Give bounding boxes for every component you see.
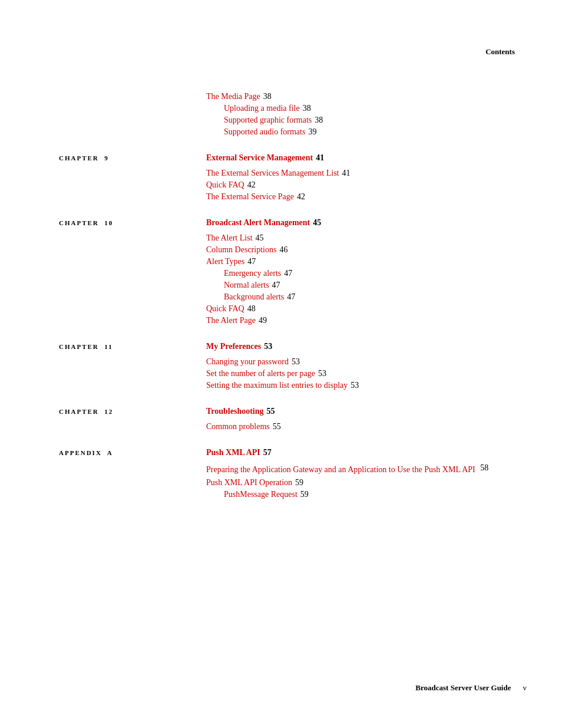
page-footer: Broadcast Server User Guide v xyxy=(415,683,527,693)
chapter-10-items: The Alert List45 Column Descriptions46 A… xyxy=(59,233,503,325)
chapter-12-title-col: Troubleshooting55 xyxy=(206,407,503,416)
toc-link[interactable]: Setting the maximum list entries to disp… xyxy=(206,381,348,390)
chapter-12-items: Common problems55 xyxy=(59,422,503,431)
toc-item: Quick FAQ42 xyxy=(206,180,503,190)
chapter-10-title[interactable]: Broadcast Alert Management xyxy=(206,218,310,228)
toc-item: Background alerts47 xyxy=(206,292,503,302)
toc-item: Column Descriptions46 xyxy=(206,245,503,255)
chapter-12-page: 55 xyxy=(267,407,275,416)
chapter-10-title-col: Broadcast Alert Management45 xyxy=(206,218,503,228)
toc-link[interactable]: Emergency alerts xyxy=(224,269,281,278)
chapter-12-block: CHAPTER 12 Troubleshooting55 Common prob… xyxy=(59,407,503,431)
toc-item: Emergency alerts47 xyxy=(206,269,503,278)
appendix-a-items: Preparing the Application Gateway and an… xyxy=(59,463,503,499)
appendix-a-title-col: Push XML API57 xyxy=(206,448,503,457)
chapter-9-items: The External Services Management List41 … xyxy=(59,169,503,202)
toc-link[interactable]: Set the number of alerts per page xyxy=(206,369,315,378)
toc-page: 38 xyxy=(315,116,323,125)
chapter-10-label: CHAPTER 10 xyxy=(59,219,206,226)
toc-link[interactable]: Background alerts xyxy=(224,292,284,302)
chapter-12-label: CHAPTER 12 xyxy=(59,408,206,415)
toc-link[interactable]: Column Descriptions xyxy=(206,245,276,255)
toc-item: The Alert List45 xyxy=(206,233,503,243)
toc-link[interactable]: The External Service Page xyxy=(206,192,294,202)
chapter-12-heading: CHAPTER 12 Troubleshooting55 xyxy=(59,407,503,416)
toc-item: Set the number of alerts per page53 xyxy=(206,369,503,378)
toc-page: 48 xyxy=(247,304,256,314)
toc-page: 45 xyxy=(256,233,264,243)
toc-link[interactable]: Alert Types xyxy=(206,257,244,266)
appendix-a-block: APPENDIX A Push XML API57 Preparing the … xyxy=(59,448,503,499)
toc-item: Common problems55 xyxy=(206,422,503,431)
toc-page: 53 xyxy=(318,369,326,378)
toc-link[interactable]: Normal alerts xyxy=(224,281,269,290)
chapter-12-title[interactable]: Troubleshooting xyxy=(206,407,264,416)
appendix-a-title[interactable]: Push XML API xyxy=(206,448,260,457)
toc-item: Uploading a media file38 xyxy=(206,104,503,113)
toc-link[interactable]: PushMessage Request xyxy=(224,490,297,499)
chapter-10-page: 45 xyxy=(313,218,321,228)
toc-link[interactable]: The External Services Management List xyxy=(206,169,339,178)
appendix-a-label: APPENDIX A xyxy=(59,449,206,456)
toc-item: Setting the maximum list entries to disp… xyxy=(206,381,503,390)
toc-page: 58 xyxy=(478,463,489,473)
toc-item: The External Services Management List41 xyxy=(206,169,503,178)
toc-item: Quick FAQ48 xyxy=(206,304,503,314)
toc-item: PushMessage Request59 xyxy=(206,490,503,499)
toc-page: 42 xyxy=(247,180,256,190)
toc-item: Alert Types47 xyxy=(206,257,503,266)
toc-link[interactable]: The Alert List xyxy=(206,233,253,243)
toc-item: Supported audio formats39 xyxy=(206,127,503,137)
continuation-section: The Media Page38 Uploading a media file3… xyxy=(59,92,503,137)
appendix-a-page: 57 xyxy=(263,448,272,457)
toc-item: Changing your password53 xyxy=(206,357,503,367)
toc-page: 47 xyxy=(287,292,295,302)
toc-link[interactable]: Uploading a media file xyxy=(224,104,300,113)
toc-link[interactable]: Push XML API Operation xyxy=(206,478,292,487)
chapter-9-heading: CHAPTER 9 External Service Management41 xyxy=(59,153,503,163)
toc-page: 38 xyxy=(303,104,311,113)
toc-page: 59 xyxy=(295,478,303,487)
toc-item: Preparing the Application Gateway and an… xyxy=(206,463,501,476)
toc-page: 42 xyxy=(297,192,305,202)
toc-link[interactable]: Supported audio formats xyxy=(224,127,305,137)
chapter-10-block: CHAPTER 10 Broadcast Alert Management45 … xyxy=(59,218,503,325)
header-label: Contents xyxy=(485,47,515,56)
toc-link[interactable]: Common problems xyxy=(206,422,270,431)
toc-page: 41 xyxy=(342,169,350,178)
toc-link[interactable]: The Media Page xyxy=(206,92,260,101)
toc-link[interactable]: The Alert Page xyxy=(206,316,256,325)
footer-page: v xyxy=(523,683,527,693)
appendix-a-heading: APPENDIX A Push XML API57 xyxy=(59,448,503,457)
chapter-11-title-col: My Preferences53 xyxy=(206,342,503,351)
chapter-9-title-col: External Service Management41 xyxy=(206,153,503,163)
chapter-11-page: 53 xyxy=(264,342,272,351)
chapter-11-title[interactable]: My Preferences xyxy=(206,342,261,351)
footer-title: Broadcast Server User Guide xyxy=(415,683,511,693)
page-container: Contents The Media Page38 Uploading a me… xyxy=(0,0,562,728)
chapter-11-items: Changing your password53 Set the number … xyxy=(59,357,503,390)
chapter-9-block: CHAPTER 9 External Service Management41 … xyxy=(59,153,503,202)
chapter-9-page: 41 xyxy=(316,153,324,163)
toc-item: The Alert Page49 xyxy=(206,316,503,325)
chapter-10-heading: CHAPTER 10 Broadcast Alert Management45 xyxy=(59,218,503,228)
toc-link[interactable]: Quick FAQ xyxy=(206,304,244,314)
toc-link[interactable]: Preparing the Application Gateway and an… xyxy=(206,463,475,476)
chapter-11-block: CHAPTER 11 My Preferences53 Changing you… xyxy=(59,342,503,390)
toc-link[interactable]: Supported graphic formats xyxy=(224,116,312,125)
toc-item: Push XML API Operation59 xyxy=(206,478,503,487)
toc-page: 49 xyxy=(259,316,267,325)
table-of-contents: The Media Page38 Uploading a media file3… xyxy=(35,92,527,499)
toc-page: 59 xyxy=(300,490,309,499)
toc-page: 39 xyxy=(308,127,316,137)
toc-page: 53 xyxy=(292,357,300,367)
toc-item: Supported graphic formats38 xyxy=(206,116,503,125)
toc-page: 46 xyxy=(279,245,287,255)
toc-page: 47 xyxy=(284,269,292,278)
chapter-11-label: CHAPTER 11 xyxy=(59,343,206,350)
toc-link[interactable]: Changing your password xyxy=(206,357,289,367)
chapter-9-title[interactable]: External Service Management xyxy=(206,153,313,163)
toc-link[interactable]: Quick FAQ xyxy=(206,180,244,190)
toc-item: The Media Page38 xyxy=(206,92,503,101)
toc-page: 55 xyxy=(273,422,281,431)
